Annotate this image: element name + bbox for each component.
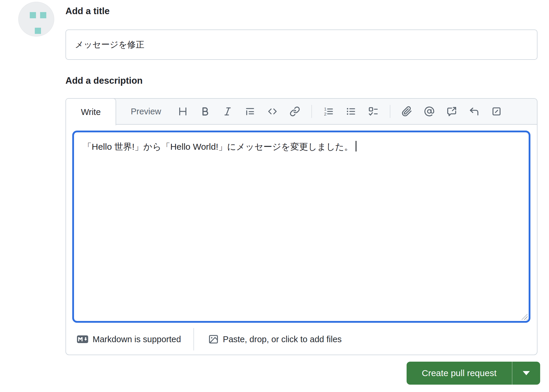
- description-heading: Add a description: [65, 75, 143, 86]
- svg-text:1: 1: [324, 106, 326, 111]
- toolbar-divider: [311, 105, 312, 118]
- mention-button[interactable]: [423, 106, 435, 117]
- cross-reference-button[interactable]: [446, 106, 458, 117]
- add-files-button[interactable]: Paste, drop, or click to add files: [208, 334, 342, 345]
- link-icon: [290, 106, 300, 117]
- mention-icon: [424, 106, 435, 117]
- toolbar-divider: [390, 105, 390, 118]
- attach-file-button[interactable]: [401, 106, 413, 117]
- code-icon: [267, 106, 278, 117]
- title-heading: Add a title: [65, 6, 110, 17]
- italic-button[interactable]: [222, 106, 234, 117]
- tab-preview[interactable]: Preview: [124, 107, 168, 116]
- identicon-square: [35, 28, 41, 34]
- user-avatar: [18, 2, 54, 37]
- create-pull-request-dropdown[interactable]: [512, 362, 540, 385]
- description-text: 「Hello 世界!」から「Hello World!」にメッセージを変更しました…: [83, 142, 353, 151]
- footer-divider: [193, 328, 194, 350]
- bold-icon: [200, 106, 211, 117]
- text-cursor: [356, 141, 356, 151]
- heading-button[interactable]: [177, 106, 189, 117]
- markdown-supported-link[interactable]: Markdown is supported: [77, 335, 181, 344]
- heading-icon: [177, 106, 188, 117]
- code-button[interactable]: [267, 106, 278, 117]
- link-button[interactable]: [289, 106, 301, 117]
- identicon-square: [30, 12, 36, 18]
- slash-command-icon: [491, 106, 502, 117]
- title-input[interactable]: [65, 29, 538, 60]
- markdown-toolbar: 1 2: [177, 105, 502, 118]
- reply-button[interactable]: [468, 106, 480, 117]
- cross-reference-icon: [446, 106, 457, 117]
- bold-button[interactable]: [199, 106, 211, 117]
- resize-handle[interactable]: [520, 312, 527, 320]
- ordered-list-icon: 1 2: [323, 106, 334, 117]
- form-actions: Create pull request: [407, 362, 540, 385]
- paperclip-icon: [402, 106, 412, 117]
- add-files-label: Paste, drop, or click to add files: [223, 335, 342, 344]
- markdown-icon: [77, 335, 88, 343]
- unordered-list-icon: [346, 106, 356, 117]
- editor-footer: Markdown is supported Paste, drop, or cl…: [66, 323, 537, 356]
- identicon-square: [40, 12, 46, 18]
- image-icon: [208, 334, 219, 345]
- create-pull-request-button[interactable]: Create pull request: [407, 362, 512, 385]
- markdown-supported-label: Markdown is supported: [93, 335, 181, 344]
- svg-text:2: 2: [324, 111, 326, 116]
- task-list-button[interactable]: [367, 106, 379, 117]
- editor-header: Write Preview: [66, 99, 537, 125]
- create-pull-request-split-button: Create pull request: [407, 362, 540, 385]
- task-list-icon: [368, 106, 379, 117]
- markdown-editor: Write Preview: [65, 98, 538, 355]
- ordered-list-button[interactable]: 1 2: [323, 106, 334, 117]
- tab-write[interactable]: Write: [65, 98, 116, 125]
- description-textarea[interactable]: 「Hello 世界!」から「Hello World!」にメッセージを変更しました…: [72, 131, 530, 323]
- italic-icon: [222, 106, 233, 117]
- quote-button[interactable]: [244, 106, 256, 117]
- quote-icon: [245, 106, 255, 117]
- chevron-down-icon: [523, 371, 530, 375]
- editor-body: 「Hello 世界!」から「Hello World!」にメッセージを変更しました…: [66, 125, 537, 323]
- reply-icon: [469, 106, 479, 117]
- unordered-list-button[interactable]: [345, 106, 357, 117]
- slash-command-button[interactable]: [491, 106, 502, 117]
